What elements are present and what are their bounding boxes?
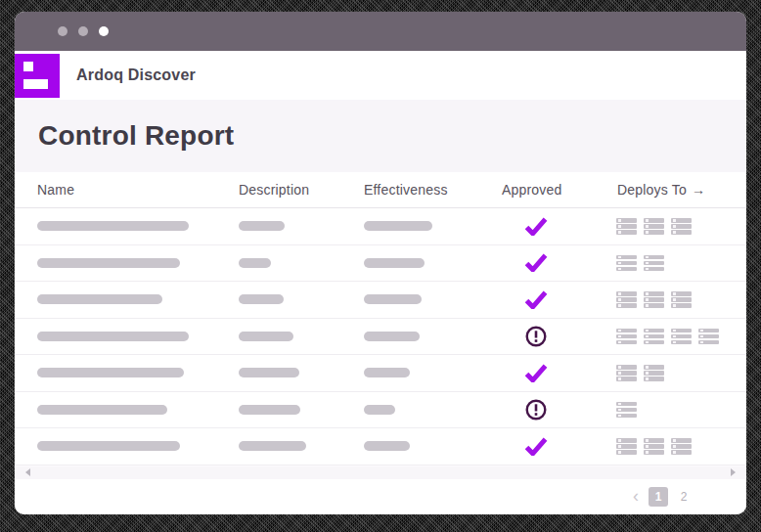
list-line-shape [644, 255, 664, 260]
window-control-dot-1[interactable] [58, 26, 67, 36]
name-placeholder-bar [37, 258, 180, 268]
list-line-shape [644, 444, 664, 449]
deploys-to-cell [616, 355, 664, 391]
deploy-target-list-icon[interactable] [616, 438, 637, 455]
not-approved-alert-icon [525, 399, 547, 421]
list-line-shape [616, 291, 637, 296]
list-line-shape [671, 329, 692, 333]
column-header-effectiveness[interactable]: Effectiveness [364, 172, 448, 207]
pagination-page-1[interactable]: 1 [649, 487, 668, 507]
table-row[interactable] [15, 208, 746, 245]
deploys-to-cell [616, 282, 692, 318]
deploy-target-list-icon[interactable] [644, 291, 664, 308]
approved-check-icon [524, 437, 548, 456]
list-line-shape [616, 402, 637, 407]
list-line-shape [616, 261, 637, 266]
list-line-shape [644, 291, 664, 296]
deploy-target-list-icon[interactable] [671, 438, 692, 455]
list-line-shape [644, 340, 664, 345]
deploy-target-list-icon[interactable] [616, 291, 637, 308]
deploy-target-list-icon[interactable] [644, 329, 664, 345]
scroll-left-icon[interactable] [25, 468, 30, 476]
table-row[interactable] [15, 392, 746, 429]
deploy-target-list-icon[interactable] [698, 329, 719, 345]
list-line-shape [616, 450, 637, 455]
list-line-shape [616, 297, 637, 302]
list-line-shape [671, 230, 692, 235]
deploy-target-list-icon[interactable] [671, 218, 692, 235]
deploy-target-list-icon[interactable] [671, 291, 692, 308]
pagination-page-2[interactable]: 2 [678, 490, 690, 504]
table-row[interactable] [15, 355, 746, 392]
name-placeholder-bar [37, 332, 189, 341]
deploy-target-list-icon[interactable] [616, 329, 637, 345]
table-row[interactable] [15, 319, 746, 356]
effectiveness-placeholder-bar [364, 441, 410, 451]
scroll-right-icon[interactable] [731, 468, 736, 476]
deploys-to-cell [616, 428, 692, 465]
column-header-description[interactable]: Description [239, 172, 309, 207]
effectiveness-placeholder-bar [364, 332, 420, 341]
deploy-target-list-icon[interactable] [616, 255, 637, 272]
name-placeholder-bar [37, 368, 184, 377]
list-line-shape [644, 334, 664, 339]
list-line-shape [616, 334, 637, 339]
list-line-shape [671, 444, 692, 449]
window-control-dot-2[interactable] [78, 26, 88, 36]
approved-check-icon [524, 290, 548, 309]
approved-cell [502, 282, 570, 318]
list-line-shape [644, 365, 664, 370]
list-line-shape [616, 414, 637, 419]
description-placeholder-bar [239, 368, 299, 377]
window-titlebar [15, 12, 746, 51]
logo-square-shape [23, 62, 33, 71]
deploy-target-list-icon[interactable] [671, 329, 692, 345]
list-line-shape [616, 408, 637, 413]
pagination-prev-icon[interactable]: ‹ [633, 487, 639, 507]
ardoq-logo-icon[interactable] [15, 54, 60, 98]
table-row[interactable] [15, 245, 746, 283]
table-row[interactable] [15, 428, 746, 466]
deploy-target-list-icon[interactable] [644, 218, 664, 235]
deploy-target-list-icon[interactable] [616, 402, 637, 419]
list-line-shape [616, 329, 637, 333]
list-line-shape [698, 334, 719, 339]
table-row[interactable] [15, 282, 746, 319]
app-title: Ardoq Discover [76, 66, 196, 84]
approved-cell [502, 319, 570, 355]
column-header-deploys-to[interactable]: Deploys To→ [617, 172, 705, 207]
description-placeholder-bar [239, 405, 300, 415]
deploy-target-list-icon[interactable] [644, 255, 664, 272]
app-window: Ardoq Discover Control Report Name Descr… [15, 12, 746, 514]
description-placeholder-bar [239, 332, 293, 341]
table-header: Name Description Effectiveness Approved … [15, 172, 746, 208]
list-line-shape [616, 340, 637, 345]
list-line-shape [671, 224, 692, 229]
list-line-shape [616, 303, 637, 308]
deploys-to-cell [616, 245, 664, 282]
app-header: Ardoq Discover [15, 51, 746, 100]
description-placeholder-bar [239, 221, 285, 231]
description-placeholder-bar [239, 258, 271, 268]
list-line-shape [644, 329, 664, 333]
column-header-name[interactable]: Name [37, 172, 74, 207]
column-header-approved[interactable]: Approved [502, 172, 562, 207]
effectiveness-placeholder-bar [364, 368, 410, 377]
approved-cell [502, 208, 570, 244]
list-line-shape [671, 303, 692, 308]
list-line-shape [671, 340, 692, 345]
horizontal-scrollbar[interactable] [15, 466, 746, 479]
list-line-shape [616, 218, 637, 223]
window-control-dot-3[interactable] [99, 26, 109, 36]
approved-cell [502, 392, 570, 428]
name-placeholder-bar [37, 405, 167, 415]
deploy-target-list-icon[interactable] [616, 365, 637, 381]
page-title: Control Report [38, 120, 234, 152]
approved-check-icon [524, 217, 548, 236]
deploy-target-list-icon[interactable] [616, 218, 637, 235]
list-line-shape [671, 438, 692, 443]
approved-check-icon [524, 364, 548, 382]
deploy-target-list-icon[interactable] [644, 365, 664, 381]
deploy-target-list-icon[interactable] [644, 438, 664, 455]
deploys-to-label: Deploys To [617, 182, 687, 198]
